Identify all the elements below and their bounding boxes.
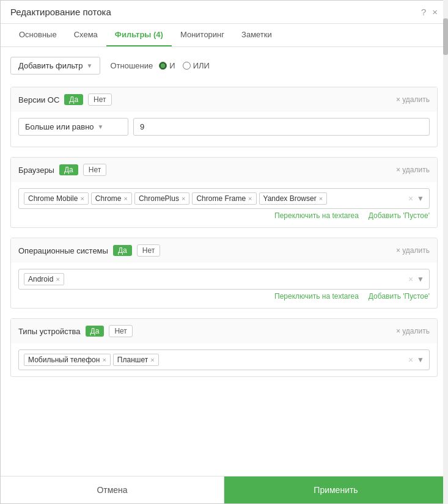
add-filter-label: Добавить фильтр <box>18 61 83 70</box>
tag-tablet-remove[interactable]: × <box>150 356 154 363</box>
os-box-actions: × ▼ <box>408 274 424 284</box>
close-icon[interactable]: × <box>432 7 438 17</box>
filter-browsers-body: Chrome Mobile × Chrome × ChromePlus × <box>11 182 437 227</box>
condition-select-os-versions[interactable]: Больше или равно ▼ <box>18 118 128 136</box>
browsers-expand-icon[interactable]: ▼ <box>417 194 424 203</box>
tab-schema[interactable]: Схема <box>65 24 106 46</box>
add-filter-button[interactable]: Добавить фильтр ▼ <box>10 57 100 75</box>
tag-mobile-phone-remove[interactable]: × <box>102 356 106 363</box>
filter-toolbar: Добавить фильтр ▼ Отношение И ИЛИ <box>10 57 438 75</box>
filter-os-versions-header: Версии ОС Да Нет × удалить <box>11 87 437 112</box>
filter-device-types: Типы устройства Да Нет × удалить Мобильн… <box>10 318 438 377</box>
filter-os: Операционные системы Да Нет × удалить An… <box>10 238 438 309</box>
filter-device-body: Мобильный телефон × Планшет × × ▼ <box>11 343 437 376</box>
device-clear-icon[interactable]: × <box>408 355 413 365</box>
browsers-box-actions: × ▼ <box>408 194 424 203</box>
browsers-tags-box[interactable]: Chrome Mobile × Chrome × ChromePlus × <box>18 188 430 209</box>
tag-chromeplus-remove[interactable]: × <box>182 195 185 202</box>
and-label: И <box>169 61 175 70</box>
radio-group: И ИЛИ <box>159 61 210 70</box>
tab-notes[interactable]: Заметки <box>233 24 281 46</box>
tag-chrome-frame: Chrome Frame × <box>192 192 256 205</box>
dialog-footer: Отмена Применить <box>1 476 447 503</box>
radio-or[interactable]: ИЛИ <box>183 61 210 70</box>
tab-osnov[interactable]: Основные <box>10 24 65 46</box>
filter-os-body: Android × × ▼ Переключить на textarea До… <box>11 263 437 308</box>
device-box-actions: × ▼ <box>408 355 424 365</box>
filter-browsers: Браузеры Да Нет × удалить Chrome Mobile … <box>10 157 438 228</box>
delete-device-link[interactable]: × удалить <box>396 327 430 335</box>
filter-os-header: Операционные системы Да Нет × удалить <box>11 238 437 263</box>
badge-yes-device[interactable]: Да <box>86 326 105 337</box>
scrollbar-thumb <box>443 18 448 55</box>
tabs-bar: Основные Схема Фильтры (4) Мониторинг За… <box>1 24 447 47</box>
badge-no-device[interactable]: Нет <box>109 325 132 337</box>
filter-os-versions-title: Версии ОС <box>18 95 59 104</box>
filter-os-versions: Версии ОС Да Нет × удалить Больше или ра… <box>10 87 438 147</box>
tag-tablet: Планшет × <box>113 354 159 366</box>
condition-label-os-versions: Больше или равно <box>25 122 94 131</box>
value-input-os-versions[interactable] <box>133 118 430 136</box>
os-expand-icon[interactable]: ▼ <box>417 275 424 283</box>
filter-browsers-header: Браузеры Да Нет × удалить <box>11 158 437 182</box>
content-area: Добавить фильтр ▼ Отношение И ИЛИ <box>1 47 447 476</box>
badge-yes-os[interactable]: Да <box>113 245 132 256</box>
delete-browsers-link[interactable]: × удалить <box>396 166 430 174</box>
os-clear-icon[interactable]: × <box>408 274 413 284</box>
tab-monitoring[interactable]: Мониторинг <box>172 24 233 46</box>
apply-button[interactable]: Применить <box>224 477 447 503</box>
cancel-button[interactable]: Отмена <box>1 477 224 503</box>
filter-device-header: Типы устройства Да Нет × удалить <box>11 319 437 343</box>
device-tags-box[interactable]: Мобильный телефон × Планшет × × ▼ <box>18 349 430 370</box>
or-label: ИЛИ <box>193 61 210 70</box>
browsers-clear-icon[interactable]: × <box>408 194 413 203</box>
filter-os-versions-row: Больше или равно ▼ <box>18 118 430 136</box>
tab-filters[interactable]: Фильтры (4) <box>106 24 172 46</box>
tag-chromeplus: ChromePlus × <box>134 192 189 205</box>
add-empty-os[interactable]: Добавить 'Пустое' <box>369 292 430 301</box>
relation-group: Отношение И ИЛИ <box>110 61 209 70</box>
filter-browsers-title: Браузеры <box>18 166 54 175</box>
help-icon[interactable]: ? <box>421 7 426 17</box>
device-expand-icon[interactable]: ▼ <box>417 356 424 364</box>
condition-arrow-icon: ▼ <box>98 123 104 130</box>
badge-yes-os-versions[interactable]: Да <box>64 94 83 105</box>
tag-android: Android × <box>24 273 64 285</box>
filter-device-title: Типы устройства <box>18 327 81 336</box>
filter-os-versions-body: Больше или равно ▼ <box>11 112 437 147</box>
tag-chrome: Chrome × <box>91 192 132 205</box>
delete-os-versions-link[interactable]: × удалить <box>396 95 430 104</box>
tag-chrome-remove[interactable]: × <box>124 195 128 202</box>
tag-chrome-mobile-remove[interactable]: × <box>80 195 84 202</box>
dialog-title: Редактирование потока <box>10 7 111 17</box>
os-tags-box[interactable]: Android × × ▼ <box>18 269 430 290</box>
filter-os-title: Операционные системы <box>18 246 108 255</box>
delete-os-link[interactable]: × удалить <box>396 246 430 255</box>
badge-yes-browsers[interactable]: Да <box>59 164 78 175</box>
badge-no-browsers[interactable]: Нет <box>83 164 106 176</box>
badge-no-os[interactable]: Нет <box>137 244 160 257</box>
add-empty-browsers[interactable]: Добавить 'Пустое' <box>369 211 430 220</box>
switch-textarea-os[interactable]: Переключить на textarea <box>274 292 359 301</box>
tag-chrome-frame-remove[interactable]: × <box>248 195 252 202</box>
tag-yandex-remove[interactable]: × <box>319 195 323 202</box>
relation-label: Отношение <box>110 61 153 70</box>
dropdown-arrow-icon: ▼ <box>87 62 93 69</box>
os-filter-links: Переключить на textarea Добавить 'Пустое… <box>18 290 430 302</box>
tag-yandex-browser: Yandex Browser × <box>259 192 328 205</box>
badge-no-os-versions[interactable]: Нет <box>88 93 111 106</box>
scrollbar-track <box>443 0 448 504</box>
switch-textarea-browsers[interactable]: Переключить на textarea <box>274 211 359 220</box>
radio-and[interactable]: И <box>159 61 175 70</box>
tag-android-remove[interactable]: × <box>56 276 59 283</box>
tag-chrome-mobile: Chrome Mobile × <box>24 192 89 205</box>
tag-mobile-phone: Мобильный телефон × <box>24 354 111 366</box>
browsers-filter-links: Переключить на textarea Добавить 'Пустое… <box>18 209 430 221</box>
